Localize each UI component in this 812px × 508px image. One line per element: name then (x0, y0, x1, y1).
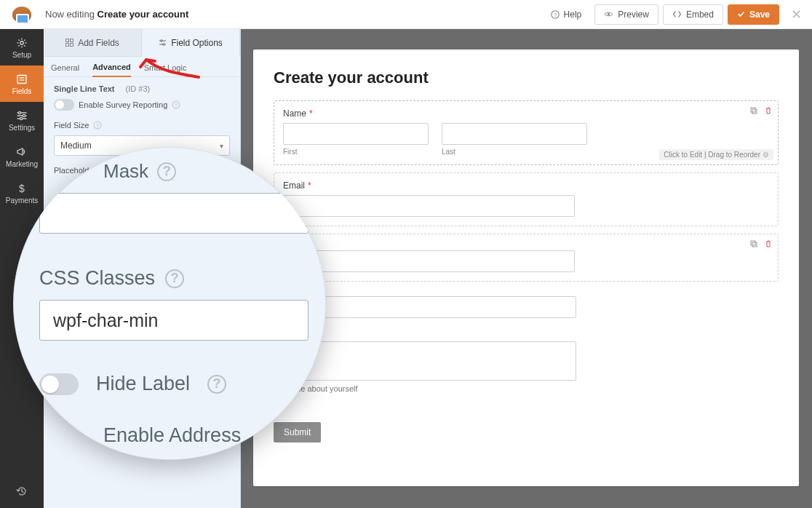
first-sublabel: First (283, 148, 429, 156)
field-extra-2[interactable] (274, 289, 779, 327)
subtab-smart-logic[interactable]: Smart Logic (144, 63, 187, 76)
rail-fields[interactable]: Fields (0, 66, 44, 102)
field-about[interactable]: us a little about yourself (274, 334, 779, 403)
svg-rect-34 (751, 108, 755, 112)
gear-icon: ⚙ (763, 151, 769, 159)
svg-rect-22 (66, 39, 69, 42)
rail-history[interactable] (0, 475, 44, 508)
field-extra-1[interactable] (274, 234, 779, 282)
svg-line-10 (24, 39, 25, 40)
help-icon[interactable]: ? (165, 269, 184, 288)
dollar-icon: $ (15, 182, 28, 195)
svg-line-9 (24, 45, 25, 46)
submit-button[interactable]: Submit (274, 422, 321, 442)
svg-rect-35 (752, 109, 757, 114)
svg-point-20 (20, 117, 22, 119)
tab-field-options[interactable]: Field Options (142, 29, 240, 57)
svg-line-11 (18, 45, 19, 46)
svg-text:?: ? (96, 123, 99, 128)
svg-point-18 (18, 111, 20, 114)
check-icon (737, 10, 745, 18)
lens-css-classes-input[interactable]: wpf-char-min (39, 300, 309, 341)
form-preview-canvas: Create your account Name* First Last (240, 29, 812, 508)
help-button[interactable]: ? Help (542, 4, 591, 25)
megaphone-icon (15, 146, 28, 159)
help-icon[interactable]: ? (157, 162, 176, 181)
hide-label-toggle[interactable] (39, 373, 79, 395)
help-icon: ? (551, 10, 560, 19)
magnifier-lens: Mask ? CSS Classes ? wpf-char-min Hide L… (13, 147, 326, 460)
trash-icon[interactable] (763, 239, 773, 249)
svg-point-2 (608, 13, 610, 15)
help-icon[interactable]: ? (93, 121, 102, 130)
lens-hide-label-row: Hide Label ? (39, 373, 309, 395)
enable-survey-toggle[interactable] (54, 99, 74, 111)
form-card: Create your account Name* First Last (253, 49, 799, 486)
svg-point-29 (163, 44, 165, 46)
first-name-input[interactable] (283, 123, 429, 145)
extra-input-1[interactable] (283, 250, 575, 272)
duplicate-icon[interactable] (749, 106, 759, 116)
svg-point-19 (23, 114, 25, 116)
eye-icon (604, 9, 613, 19)
svg-rect-24 (66, 44, 69, 47)
rail-setup[interactable]: Setup (0, 29, 44, 66)
field-email[interactable]: Email* (274, 172, 779, 226)
preview-button[interactable]: Preview (594, 4, 658, 25)
help-icon[interactable]: ? (172, 100, 180, 109)
svg-rect-25 (71, 44, 73, 47)
gear-icon (15, 36, 28, 49)
field-identifier: Single Line Text (ID #3) (54, 84, 230, 93)
close-builder-button[interactable]: ✕ (791, 7, 802, 23)
sidebar-sub-tabs: General Advanced Smart Logic (44, 57, 240, 77)
svg-rect-23 (71, 39, 73, 42)
lens-css-classes-label: CSS Classes ? (39, 267, 309, 290)
email-input[interactable] (283, 195, 575, 217)
app-logo (10, 3, 33, 26)
form-icon (15, 73, 28, 86)
help-icon[interactable]: ? (207, 375, 226, 394)
embed-button[interactable]: Embed (663, 4, 723, 25)
tab-add-fields[interactable]: Add Fields (44, 29, 142, 57)
svg-rect-37 (752, 242, 757, 247)
top-toolbar: Now editing Create your account ? Help P… (0, 0, 812, 29)
svg-rect-36 (751, 241, 755, 245)
subtab-general[interactable]: General (51, 63, 79, 76)
svg-line-8 (18, 39, 19, 40)
sliders-icon (159, 39, 167, 47)
rail-marketing[interactable]: Marketing (0, 138, 44, 175)
last-name-input[interactable] (442, 123, 587, 145)
svg-point-3 (20, 41, 23, 44)
svg-text:?: ? (553, 11, 556, 17)
last-sublabel: Last (442, 148, 587, 156)
field-size-label: Field Size ? (54, 121, 230, 130)
grid-icon (65, 39, 73, 47)
duplicate-icon[interactable] (749, 239, 759, 249)
chevron-down-icon: ▾ (220, 142, 223, 150)
svg-text:?: ? (175, 103, 178, 108)
form-title: Create your account (274, 68, 779, 87)
sliders-icon (15, 109, 28, 122)
lens-input-mask-field[interactable] (39, 193, 309, 234)
rail-settings[interactable]: Settings (0, 102, 44, 138)
trash-icon[interactable] (763, 106, 773, 116)
history-icon (16, 485, 28, 497)
rail-payments[interactable]: $ Payments (0, 175, 44, 211)
now-editing-text: Now editing Create your account (45, 9, 188, 20)
field-name[interactable]: Name* First Last Click to Edit | Drag to… (274, 100, 779, 165)
save-button[interactable]: Save (728, 4, 779, 25)
field-hint: Click to Edit | Drag to Reorder ⚙ (659, 149, 773, 160)
svg-point-28 (161, 40, 163, 42)
svg-rect-12 (17, 75, 26, 83)
code-icon (672, 9, 682, 19)
svg-text:$: $ (19, 183, 25, 194)
enable-survey-row: Enable Survey Reporting ? (54, 99, 230, 111)
subtab-advanced[interactable]: Advanced (92, 63, 131, 77)
sidebar-main-tabs: Add Fields Field Options (44, 29, 240, 57)
